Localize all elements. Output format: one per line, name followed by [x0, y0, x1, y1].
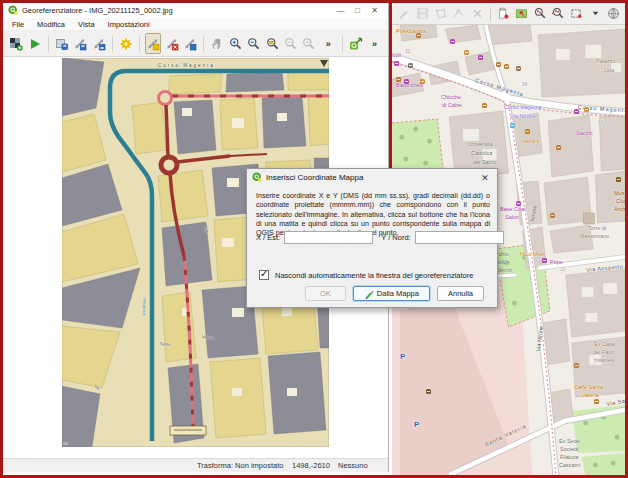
add-point-icon [146, 37, 160, 51]
status-coordinates: 1498,-2610 [292, 461, 330, 470]
zoom-last-icon [284, 37, 298, 51]
qgis-main-toolbar [392, 3, 625, 25]
screenshot-frame: PokéSambativoli32BaronchelliChicchedi Ca… [0, 0, 628, 478]
zoom-out-button[interactable] [246, 33, 262, 54]
paste-gcp-button[interactable] [496, 5, 511, 23]
y-north-label: Y / Nord: [381, 233, 410, 242]
trash-gray-icon [471, 7, 484, 20]
cancel-button[interactable]: Annulla [437, 286, 484, 301]
zoom-next-button [301, 33, 317, 54]
move-point-button[interactable] [182, 33, 198, 54]
menu-vista[interactable]: Vista [78, 20, 95, 29]
open-raster-icon [9, 37, 23, 51]
georeferencer-menubar: FileModificaVistaImpostazioni [3, 18, 388, 31]
toolbar-separator [48, 36, 49, 52]
load-gcp-points-button[interactable] [72, 33, 88, 54]
qgis-logo-icon [8, 5, 18, 17]
transformation-settings-button[interactable] [118, 33, 134, 54]
check-icon: ✓ [260, 268, 268, 279]
status-rotation: Nessuno [338, 461, 368, 470]
start-georeferencing-button[interactable] [26, 33, 42, 54]
window-title: Georeferenziatore - IMG_20211125_0002.jp… [22, 6, 173, 15]
screenshot-divider [389, 3, 392, 168]
qgis-link-icon [349, 37, 363, 51]
close-icon[interactable]: ✕ [366, 3, 383, 18]
minimize-icon[interactable]: — [332, 3, 349, 18]
new-gcp-layer-button[interactable] [514, 5, 529, 23]
delete-point-button[interactable] [163, 33, 179, 54]
menu-modifica[interactable]: Modifica [37, 20, 65, 29]
toolbar-separator [342, 36, 343, 52]
ok-button[interactable]: OK [305, 286, 346, 301]
maximize-icon[interactable]: □ [349, 3, 366, 18]
dialog-title: Inserisci Coordinate Mappa [266, 173, 363, 182]
pencil-icon [364, 289, 374, 299]
save-gray-icon [416, 7, 429, 20]
toolbar-separator [112, 36, 113, 52]
play-icon [28, 37, 42, 51]
move-point-icon [183, 37, 197, 51]
save-gcp-icon [92, 37, 106, 51]
georeferencer-toolbar: »» [3, 31, 388, 57]
menu-file[interactable]: File [12, 20, 24, 29]
y-north-input[interactable] [415, 231, 504, 244]
zoom-in-button[interactable] [228, 33, 244, 54]
x-east-input[interactable] [284, 231, 373, 244]
script-icon [55, 37, 69, 51]
toggle-editing-button [396, 5, 411, 23]
dialog-titlebar[interactable]: Inserisci Coordinate Mappa ✕ [247, 169, 497, 186]
scan-artifact [63, 442, 68, 445]
georeferencer-titlebar[interactable]: Georeferenziatore - IMG_20211125_0002.jp… [3, 3, 388, 18]
coordinate-fields: X / Est: Y / Nord: [256, 231, 494, 244]
save-gcp-points-button[interactable] [91, 33, 107, 54]
open-raster-button[interactable] [8, 33, 24, 54]
zoom-to-gcp-alt-button[interactable] [551, 5, 566, 23]
delete-point-icon [165, 37, 179, 51]
hide-georeferencer-option[interactable]: ✓ Nascondi automaticamente la finestra d… [259, 270, 473, 280]
x-east-label: X / Est: [256, 233, 280, 242]
pencil-gray-icon [397, 7, 410, 20]
paste-gcp-icon [497, 7, 510, 20]
georeferencer-link-button[interactable] [348, 33, 364, 54]
status-transform: Trasforma: Non impostato [197, 461, 283, 470]
insert-map-coordinates-dialog: Inserisci Coordinate Mappa ✕ Inserire co… [246, 168, 498, 308]
from-map-button[interactable]: Dalla Mappa [353, 286, 430, 301]
gdal-script-button[interactable] [54, 33, 70, 54]
dialog-buttons: OK Dalla Mappa Annulla [305, 286, 484, 301]
extent-red-icon [570, 7, 583, 20]
globe-icon [607, 7, 620, 20]
gear-icon [119, 37, 133, 51]
qgis-logo-icon [252, 172, 262, 184]
zoom-to-gcp-button[interactable] [532, 5, 547, 23]
zoom-out-icon [247, 37, 261, 51]
window-controls: —□✕ [332, 3, 383, 18]
pan-button[interactable] [209, 33, 225, 54]
extent-dropdown-button[interactable] [587, 5, 602, 23]
menu-impostazioni[interactable]: Impostazioni [108, 20, 150, 29]
vertex-gray-icon [452, 7, 465, 20]
extent-select-button[interactable] [569, 5, 584, 23]
toolbar-overflow-button[interactable]: » [320, 33, 337, 54]
add-feature-button [433, 5, 448, 23]
toolbar-separator [490, 7, 491, 21]
zoom-points-icon [534, 7, 547, 20]
zoom-points-alt-icon [552, 7, 565, 20]
checkbox-label: Nascondi automaticamente la finestra del… [275, 271, 473, 280]
pan-hand-icon [210, 37, 224, 51]
toolbar-overflow-2-button[interactable]: » [366, 33, 383, 54]
green-layer-icon [515, 7, 528, 20]
close-icon[interactable]: ✕ [478, 173, 492, 183]
vertex-tool-button [451, 5, 466, 23]
zoom-to-layer-button[interactable] [264, 33, 280, 54]
checkbox[interactable]: ✓ [259, 270, 269, 280]
add-point-button[interactable] [145, 33, 161, 54]
load-gcp-icon [73, 37, 87, 51]
delete-selected-button [469, 5, 484, 23]
zoom-in-icon [229, 37, 243, 51]
zoom-layer-icon [266, 37, 280, 51]
georeferencer-statusbar: Trasforma: Non impostato 1498,-2610 Ness… [3, 458, 388, 472]
web-globe-button[interactable] [606, 5, 621, 23]
caret-down-icon [589, 7, 602, 20]
zoom-next-icon [302, 37, 316, 51]
polygon-gray-icon [434, 7, 447, 20]
